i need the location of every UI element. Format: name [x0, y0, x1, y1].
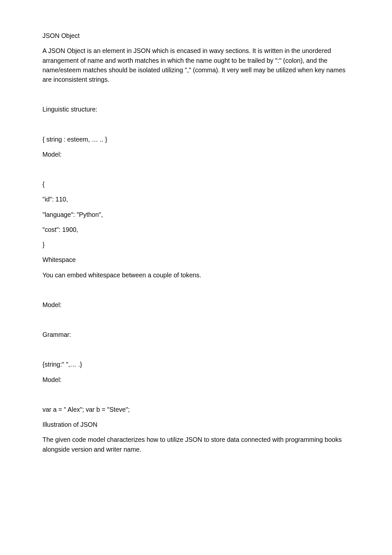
heading-whitespace: Whitespace	[42, 255, 350, 265]
label-linguistic-structure: Linguistic structure:	[42, 105, 350, 114]
paragraph-intro: A JSON Object is an element in JSON whic…	[42, 46, 350, 84]
example-cost-line: "cost": 1900,	[42, 225, 350, 234]
var-example: var a = " Alex"; var b = "Steve";	[42, 405, 350, 414]
heading-json-object: JSON Object	[42, 31, 350, 41]
syntax-grammar: {string:" ",… .}	[42, 360, 350, 369]
example-open-brace: {	[42, 180, 350, 189]
label-model-2: Model:	[42, 300, 350, 310]
paragraph-whitespace-desc: You can embed whitespace between a coupl…	[42, 270, 350, 280]
example-close-brace: }	[42, 240, 350, 250]
heading-illustration: Illustration of JSON	[42, 420, 350, 429]
label-model-1: Model:	[42, 150, 350, 159]
label-model-3: Model:	[42, 375, 350, 385]
syntax-string-esteem: { string : esteem, … .. }	[42, 135, 350, 144]
example-language-line: "language": "Python",	[42, 210, 350, 219]
example-id-line: "id": 110,	[42, 195, 350, 204]
paragraph-illustration-desc: The given code model characterizes how t…	[42, 435, 350, 454]
label-grammar: Grammar:	[42, 330, 350, 339]
